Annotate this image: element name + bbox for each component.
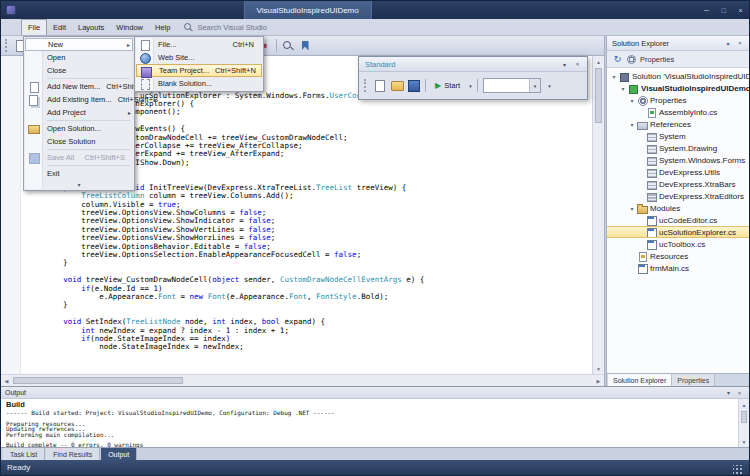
resize-grip[interactable] xyxy=(733,465,743,475)
output-title: Output xyxy=(5,389,723,396)
tree-expander-icon[interactable]: ▾ xyxy=(628,121,636,128)
start-dropdown-icon[interactable]: ▾ xyxy=(467,83,474,89)
editor-horizontal-scrollbar[interactable]: ◀ ▶ xyxy=(1,374,604,386)
tree-item-modules[interactable]: ▾Modules xyxy=(607,202,749,214)
file-menu-item-close[interactable]: Close xyxy=(25,64,133,77)
file-menu-item-add-project[interactable]: Add Project▸ xyxy=(25,106,133,119)
tree-item-solution-visualstudioinspireduidemo-1-project[interactable]: ▾Solution 'VisualStudioInspiredUIDemo' (… xyxy=(607,70,749,82)
file-menu-item-add-existing-item[interactable]: Add Existing Item...Ctrl+Shift+B xyxy=(25,93,133,106)
bottom-tab-task-list[interactable]: Task List xyxy=(3,448,45,460)
minimize-button[interactable]: ─ xyxy=(698,1,715,19)
vertical-scroll-thumb[interactable] xyxy=(741,411,747,423)
tree-expander-icon[interactable]: ▾ xyxy=(628,205,636,212)
output-vertical-scrollbar[interactable]: ▲ ▼ xyxy=(738,399,749,447)
bottom-tab-output[interactable]: Output xyxy=(101,448,137,460)
tree-item-devexpress-xtraeditors[interactable]: DevExpress.XtraEditors xyxy=(607,190,749,202)
menubar-item-edit[interactable]: Edit xyxy=(47,19,72,35)
find-icon[interactable] xyxy=(280,38,296,54)
code-line[interactable]: e.Appearance.Font = new Font(e.Appearanc… xyxy=(27,293,592,301)
tree-item-system[interactable]: System xyxy=(607,130,749,142)
app-icon[interactable] xyxy=(6,5,16,15)
toolbar-grip[interactable] xyxy=(364,79,368,92)
properties-gear-icon[interactable] xyxy=(627,55,636,64)
new-submenu-item-web-site[interactable]: Web Site... xyxy=(136,51,262,64)
tree-item-ucsolutionexplorer-cs[interactable]: ucSolutionExplorer.cs xyxy=(607,226,749,238)
search-box[interactable]: Search Visual Studio xyxy=(184,19,267,35)
output-dropdown-icon[interactable]: ▾ xyxy=(723,389,734,396)
menu-expand-chevron[interactable]: ▾ xyxy=(25,180,133,189)
maximize-button[interactable]: □ xyxy=(715,1,732,19)
file-menu-item-add-new-item[interactable]: Add New Item...Ctrl+Shift+A xyxy=(25,80,133,93)
scroll-right-icon[interactable]: ▶ xyxy=(593,375,604,386)
tree-item-resources[interactable]: Resources xyxy=(607,250,749,262)
horizontal-scroll-thumb[interactable] xyxy=(13,377,183,384)
tree-expander-icon[interactable]: ▾ xyxy=(628,97,636,104)
tree-item-uctoolbox-cs[interactable]: ucToolbox.cs xyxy=(607,238,749,250)
code-line[interactable]: node.StateImageIndex = newIndex; xyxy=(27,343,592,351)
new-submenu-item-file[interactable]: File...Ctrl+N xyxy=(136,38,262,51)
tree-item-uccodeeditor-cs[interactable]: ucCodeEditor.cs xyxy=(607,214,749,226)
new-submenu-item-team-project[interactable]: Team Project...Ctrl+Shift+N xyxy=(136,64,262,77)
tree-item-devexpress-utils[interactable]: DevExpress.Utils xyxy=(607,166,749,178)
save-icon[interactable] xyxy=(406,78,422,94)
toolbar-overflow-icon[interactable]: ▾ xyxy=(546,83,553,89)
standard-toolbar-titlebar[interactable]: Standard ▾ × xyxy=(359,57,587,72)
scroll-up-icon[interactable]: ▲ xyxy=(739,399,749,410)
menubar-item-help[interactable]: Help xyxy=(149,19,176,35)
toolbar-grip[interactable] xyxy=(5,39,9,52)
properties-toolbar-label[interactable]: Properties xyxy=(640,55,674,64)
tree-expander-icon[interactable]: ▾ xyxy=(610,73,618,80)
vertical-scroll-thumb[interactable] xyxy=(595,68,602,123)
scroll-down-icon[interactable]: ▼ xyxy=(739,436,749,447)
file-menu-item-open[interactable]: Open xyxy=(25,51,133,64)
tree-item-references[interactable]: ▾References xyxy=(607,118,749,130)
file-menu-item-close-solution[interactable]: Close Solution xyxy=(25,135,133,148)
window-position-icon[interactable]: ▾ xyxy=(722,38,734,49)
code-line[interactable]: treeView.OptionsSelection.EnableAppearan… xyxy=(27,251,592,259)
new-submenu-item-blank-solution[interactable]: Blank Solution... xyxy=(136,77,262,90)
scroll-down-icon[interactable]: ▼ xyxy=(593,363,604,374)
panel-tab-solution-explorer[interactable]: Solution Explorer xyxy=(608,374,672,386)
toolbar-options-icon[interactable]: ▾ xyxy=(558,58,571,70)
scroll-track[interactable] xyxy=(184,375,593,386)
bookmark-icon[interactable] xyxy=(297,38,313,54)
tree-item-label: ucCodeEditor.cs xyxy=(659,216,717,225)
assembly-icon xyxy=(646,192,656,201)
panel-title: Solution Explorer xyxy=(612,39,722,48)
tree-item-properties[interactable]: ▾Properties xyxy=(607,94,749,106)
tree-item-visualstudioinspireduidemo[interactable]: ▾VisualStudioInspiredUIDemo xyxy=(607,82,749,94)
menubar-item-layouts[interactable]: Layouts xyxy=(72,19,110,35)
menu-item-label: Open xyxy=(47,53,65,62)
panel-tab-properties[interactable]: Properties xyxy=(672,374,715,386)
close-button[interactable]: × xyxy=(732,1,749,19)
menubar-item-file[interactable]: File xyxy=(21,19,47,35)
toolbar-close-icon[interactable]: × xyxy=(571,58,584,70)
tree-item-assemblyinfo-cs[interactable]: AssemblyInfo.cs xyxy=(607,106,749,118)
new-submenu-items: File...Ctrl+NWeb Site...Team Project...C… xyxy=(136,38,262,90)
code-line[interactable]: } xyxy=(27,301,592,309)
new-file-icon[interactable] xyxy=(372,78,388,94)
output-close-icon[interactable]: × xyxy=(734,390,745,396)
configuration-combobox[interactable]: ▾ xyxy=(483,78,541,93)
code-line[interactable]: } xyxy=(27,259,592,267)
tree-item-devexpress-xtrabars[interactable]: DevExpress.XtraBars xyxy=(607,178,749,190)
refresh-icon[interactable]: ↻ xyxy=(612,53,623,65)
editor-vertical-scrollbar[interactable]: ▲ ▼ xyxy=(592,56,604,374)
scroll-track[interactable] xyxy=(593,124,604,363)
bottom-tab-find-results[interactable]: Find Results xyxy=(46,448,100,460)
open-folder-icon[interactable] xyxy=(389,78,405,94)
scroll-left-icon[interactable]: ◀ xyxy=(1,375,12,386)
tree-item-frmmain-cs[interactable]: frmMain.cs xyxy=(607,262,749,274)
menubar-item-window[interactable]: Window xyxy=(110,19,149,35)
tree-expander-icon[interactable]: ▾ xyxy=(619,85,627,92)
file-menu-item-open-solution[interactable]: Open Solution... xyxy=(25,122,133,135)
file-menu-item-new[interactable]: New▸ xyxy=(25,38,133,51)
scroll-up-icon[interactable]: ▲ xyxy=(593,56,604,67)
tree-item-system-drawing[interactable]: System.Drawing xyxy=(607,142,749,154)
start-label: Start xyxy=(444,81,460,90)
tree-item-system-windows-forms[interactable]: System.Windows.Forms xyxy=(607,154,749,166)
file-menu-item-exit[interactable]: Exit xyxy=(25,167,133,180)
scroll-track[interactable] xyxy=(739,424,749,436)
panel-close-icon[interactable]: × xyxy=(734,38,746,49)
start-button[interactable]: ▶ Start xyxy=(429,77,466,95)
